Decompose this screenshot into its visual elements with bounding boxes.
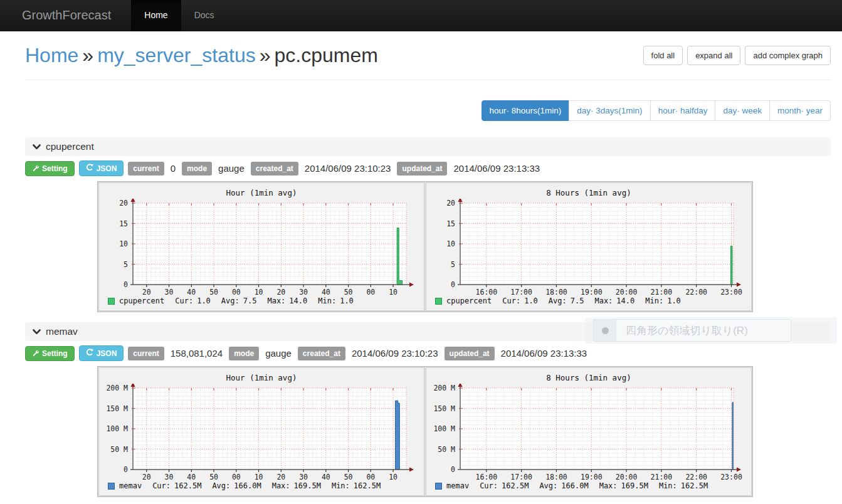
svg-text:30: 30 [299,288,308,296]
tab-day-week[interactable]: day· week [715,100,770,121]
svg-text:50: 50 [209,288,218,296]
svg-text:50: 50 [209,473,218,481]
tab-month-year[interactable]: month· year [769,100,831,121]
svg-text:15: 15 [446,219,455,228]
svg-text:10: 10 [446,239,455,248]
graph-hour-memav[interactable]: Hour (1min avg) 050 M100 M150 M200 M2030… [98,367,424,496]
tab-hour-halfday[interactable]: hour· halfday [650,100,716,121]
chart-plot: 05101520203040500010203040500010 [99,199,425,296]
chart-plot: 050 M100 M150 M200 M20304050001020304050… [99,384,425,481]
graph-8hours-memav[interactable]: 8 Hours (1min avg) 050 M100 M150 M200 M1… [426,367,752,496]
page-header: Home»my_server_status»pc.cpumem fold all… [25,40,831,71]
legend-cur: Cur:162.5M [152,481,201,490]
fold-all-button[interactable]: fold all [643,46,683,65]
svg-text:50: 50 [344,288,353,296]
screenshot-rect-crop-item[interactable]: 四角形の領域切り取り(R) [593,319,791,342]
legend-value: 1.0 [667,297,681,305]
tab-hour-8hours[interactable]: hour· 8hours(1min) [482,100,570,121]
legend-min: Min:162.5M [332,481,381,490]
legend-key: Min: [659,481,677,490]
section-toolbar: Setting JSON current 158,081,024 mode ga… [25,345,831,361]
legend-key: Cur: [502,297,520,305]
tab-day-3days[interactable]: day· 3days(1min) [569,100,650,121]
graph-8hours-cpupercent[interactable]: 8 Hours (1min avg) 0510152016:0017:0018:… [426,182,752,311]
badge-created-at: created_at [251,162,298,176]
svg-text:100 M: 100 M [106,424,128,433]
nav-item-home[interactable]: Home [131,0,181,31]
chart-title: Hour (1min avg) [99,368,424,384]
badge-updated-at: updated_at [445,347,495,360]
legend-avg: Avg:7.5 [549,297,584,305]
brand-link[interactable]: GrowthForecast [0,0,124,31]
breadcrumb-home-link[interactable]: Home [25,44,78,66]
svg-text:21:00: 21:00 [651,288,673,296]
legend-key: Cur: [152,481,171,490]
chart-plot: 0510152016:0017:0018:0019:0020:0021:0022… [426,199,752,296]
svg-text:20: 20 [142,473,151,481]
setting-button-label: Setting [42,349,68,358]
section-title: cpupercent [46,141,94,152]
chevron-down-icon [33,329,41,335]
badge-current: current [128,162,164,176]
svg-text:20: 20 [142,288,151,296]
legend-value: 162.5M [681,481,708,490]
svg-text:17:00: 17:00 [510,288,532,296]
chart-title: 8 Hours (1min avg) [426,368,751,384]
breadcrumb-service-link[interactable]: my_server_status [97,44,256,66]
legend-value: 1.0 [197,297,211,305]
svg-text:18:00: 18:00 [545,288,567,296]
json-button[interactable]: JSON [79,160,124,176]
setting-button-label: Setting [42,164,68,173]
legend-swatch [435,298,442,305]
badge-current-value: 158,081,024 [171,348,223,359]
legend-key: Avg: [539,481,557,490]
legend-swatch [108,483,115,490]
svg-text:15: 15 [119,219,128,228]
legend-swatch [435,483,442,490]
svg-text:150 M: 150 M [433,404,455,413]
svg-text:20:00: 20:00 [616,288,638,296]
legend-value: 7.5 [571,297,584,305]
expand-all-button[interactable]: expand all [687,46,740,65]
legend-min: Min:162.5M [659,481,708,490]
graph-panel: Hour (1min avg) 050 M100 M150 M200 M2030… [97,366,753,497]
legend-value: 14.0 [289,297,307,305]
svg-text:00: 00 [366,473,375,481]
chart-title: Hour (1min avg) [99,183,424,199]
add-complex-graph-button[interactable]: add complex graph [745,46,831,65]
header-divider [25,80,831,80]
svg-text:20: 20 [276,473,285,481]
json-button[interactable]: JSON [79,345,124,361]
legend-key: Cur: [175,297,193,305]
svg-text:30: 30 [299,473,308,481]
legend-value: 169.5M [294,481,321,490]
time-range-tabs: hour· 8hours(1min) day· 3days(1min) hour… [25,100,831,121]
legend-value: 162.5M [354,481,381,490]
wrench-icon [32,164,39,173]
svg-text:5: 5 [124,260,128,269]
svg-text:20: 20 [276,288,285,296]
legend-value: 166.0M [234,481,261,490]
svg-text:200 M: 200 M [106,384,128,392]
navbar-nav: Home Docs [131,0,227,31]
setting-button[interactable]: Setting [25,161,75,176]
svg-text:0: 0 [451,280,455,289]
section-header-cpupercent[interactable]: cpupercent [25,137,831,156]
screenshot-tool-overlay: 四角形の領域切り取り(R) [585,317,837,344]
svg-text:23:00: 23:00 [720,288,742,296]
svg-text:50: 50 [344,473,353,481]
setting-button[interactable]: Setting [25,346,75,361]
breadcrumb: Home»my_server_status»pc.cpumem [25,44,639,67]
svg-text:20: 20 [446,199,455,207]
chart-title: 8 Hours (1min avg) [426,183,751,199]
svg-text:0: 0 [124,280,128,289]
svg-text:10: 10 [119,239,128,248]
legend-avg: Avg:166.0M [539,481,588,490]
legend-key: Avg: [221,297,239,305]
nav-item-docs[interactable]: Docs [181,0,228,31]
graph-hour-cpupercent[interactable]: Hour (1min avg) 051015202030405000102030… [98,182,424,311]
legend-swatch [108,298,115,305]
svg-text:18:00: 18:00 [545,473,567,481]
chevron-down-icon [33,144,41,150]
legend-key: Max: [594,297,613,305]
